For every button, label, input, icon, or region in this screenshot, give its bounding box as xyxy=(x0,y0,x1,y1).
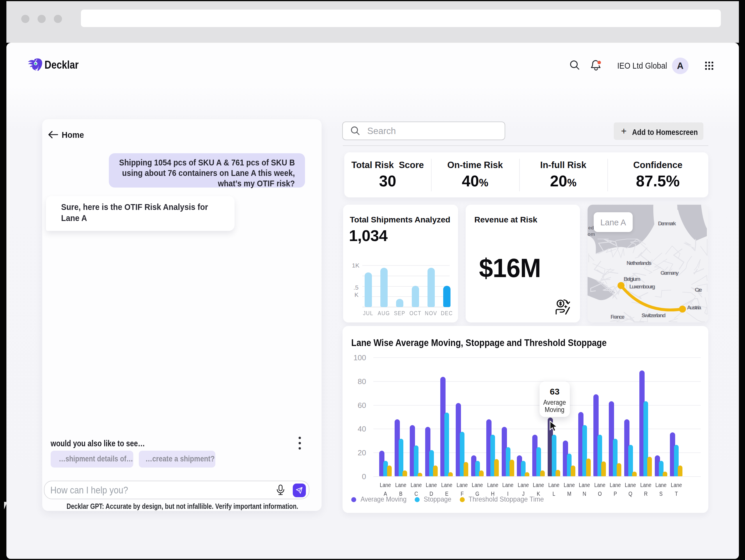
svg-text:ed: ed xyxy=(588,225,594,231)
svg-text:Denmark: Denmark xyxy=(658,220,676,226)
svg-text:Lane A: Lane A xyxy=(601,217,626,227)
svg-text:Austria: Austria xyxy=(687,305,701,311)
svg-text:France: France xyxy=(611,314,624,320)
svg-text:Belgium: Belgium xyxy=(624,276,641,282)
svg-text:Germany: Germany xyxy=(660,270,679,276)
svg-text:Cze: Cze xyxy=(695,287,702,293)
svg-text:om: om xyxy=(588,232,595,237)
svg-text:Switzerland: Switzerland xyxy=(642,312,666,318)
svg-text:Luxembourg: Luxembourg xyxy=(629,283,655,290)
svg-text:Netherlands: Netherlands xyxy=(626,260,652,266)
